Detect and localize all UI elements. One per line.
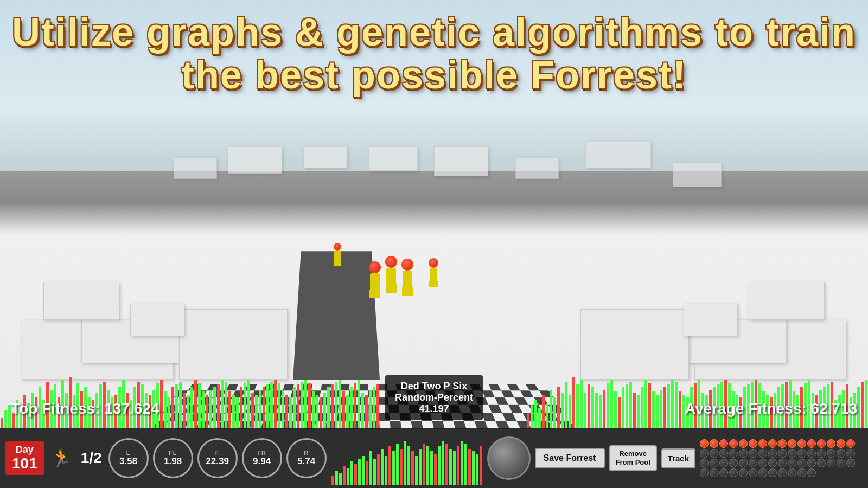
agent-type: Random-Percent bbox=[395, 392, 473, 403]
mini-char-icon bbox=[719, 459, 728, 467]
graph-bar bbox=[263, 387, 265, 428]
agent-info-box: Ded Two P Six Random-Percent 41.197 bbox=[385, 375, 483, 420]
hud-graph-bar bbox=[350, 461, 353, 485]
hud-graph-bar bbox=[438, 446, 441, 485]
mini-char-icon bbox=[778, 449, 787, 458]
graph-bar bbox=[557, 387, 560, 428]
character-4 bbox=[429, 258, 438, 287]
graph-bar bbox=[546, 403, 548, 429]
hud-graph-bar bbox=[472, 451, 475, 485]
mini-char-icon bbox=[778, 439, 787, 448]
mini-char-icon bbox=[768, 449, 777, 458]
stat-label-fl: FL bbox=[169, 450, 177, 456]
graph-bar bbox=[4, 410, 7, 428]
hud-graph-bar bbox=[453, 451, 456, 485]
stat-label-f: F bbox=[215, 450, 220, 456]
graph-bar bbox=[603, 390, 605, 428]
hud-graph-bar bbox=[396, 444, 399, 486]
graph-bar bbox=[622, 387, 624, 428]
character-2 bbox=[385, 256, 397, 293]
mini-char-icon bbox=[788, 468, 796, 477]
hud-graph-bar bbox=[335, 471, 338, 485]
hud-graph-bar bbox=[388, 446, 391, 485]
hud-graph-bar bbox=[445, 444, 448, 486]
mini-char-icon bbox=[807, 459, 816, 467]
graph-bar bbox=[354, 383, 356, 428]
mini-char-icon bbox=[807, 449, 816, 458]
hud-graph-bar bbox=[392, 451, 395, 485]
graph-bar bbox=[331, 384, 334, 428]
graph-bar bbox=[183, 393, 186, 429]
graph-bar bbox=[553, 397, 556, 428]
stat-label-r: R bbox=[304, 450, 309, 456]
graph-bar bbox=[274, 380, 277, 428]
graph-bar bbox=[323, 393, 326, 429]
graph-bar bbox=[198, 383, 201, 428]
graph-bar bbox=[217, 384, 220, 428]
agent-value: 41.197 bbox=[395, 403, 473, 415]
graph-bar bbox=[304, 380, 307, 428]
track-button[interactable]: Track bbox=[661, 448, 695, 468]
stat-circle-l: L 3.58 bbox=[108, 438, 149, 478]
graph-bar bbox=[209, 390, 212, 428]
day-box: Day 101 bbox=[5, 441, 44, 476]
mini-char-icon bbox=[749, 439, 757, 448]
graph-bar bbox=[339, 380, 341, 428]
graph-bar bbox=[861, 382, 864, 429]
graph-bar bbox=[584, 393, 586, 429]
graph-bar bbox=[857, 387, 860, 428]
remove-from-pool-button[interactable]: Remove From Pool bbox=[609, 445, 657, 471]
toggle-orb[interactable] bbox=[487, 436, 531, 480]
hud-graph-bar bbox=[354, 464, 357, 486]
graph-bar bbox=[361, 393, 364, 429]
mini-char-icon bbox=[797, 439, 806, 448]
graph-bar bbox=[565, 382, 567, 429]
graph-bar bbox=[259, 390, 261, 428]
graph-bar bbox=[588, 384, 590, 428]
graph-bar bbox=[675, 382, 678, 429]
graph-bar bbox=[179, 382, 182, 429]
graph-bar bbox=[187, 395, 189, 428]
mini-char-icon bbox=[700, 439, 709, 448]
top-fitness-label: Top Fitness: 137.624 bbox=[11, 400, 159, 418]
graph-bar bbox=[270, 382, 273, 429]
graph-bar bbox=[569, 395, 571, 428]
graph-bar bbox=[607, 383, 609, 428]
game-viewport: Utilize graphs & genetic algorithms to t… bbox=[0, 0, 868, 488]
hud-bar: Day 101 🏃 1/2 L 3.58 FL 1.98 F 22.39 FR … bbox=[0, 428, 868, 488]
hud-graph-bar bbox=[476, 454, 478, 486]
graph-bar bbox=[561, 393, 564, 429]
mini-char-icon bbox=[778, 468, 787, 477]
graph-bar bbox=[365, 395, 368, 428]
mini-char-icon bbox=[739, 459, 748, 467]
hud-graph-bar bbox=[331, 476, 334, 485]
mini-char-icon bbox=[758, 449, 767, 458]
graph-bar bbox=[236, 397, 239, 428]
graph-bar bbox=[350, 387, 353, 428]
mini-char-icon bbox=[739, 449, 748, 458]
stat-value-fl: 1.98 bbox=[164, 456, 182, 467]
graph-bar bbox=[342, 391, 345, 428]
graph-bar bbox=[278, 383, 280, 428]
mini-char-icon bbox=[719, 468, 728, 477]
graph-bar bbox=[534, 400, 537, 428]
stat-value-r: 5.74 bbox=[297, 456, 315, 467]
character-3 bbox=[401, 259, 413, 296]
hud-graph-bar bbox=[381, 449, 384, 486]
runner-icon: 🏃 bbox=[50, 448, 72, 468]
mini-char-icon bbox=[817, 439, 826, 448]
graph-bar bbox=[297, 384, 299, 428]
mini-char-icon bbox=[700, 468, 709, 477]
mini-char-icon bbox=[710, 459, 718, 467]
hud-graph-bar bbox=[457, 446, 459, 485]
save-forrest-button[interactable]: Save Forrest bbox=[535, 448, 605, 468]
mini-char-icon bbox=[827, 439, 835, 448]
stat-label-fr: FR bbox=[257, 450, 266, 456]
graph-bar bbox=[610, 380, 613, 428]
mini-char-icon bbox=[817, 449, 826, 458]
graph-bar bbox=[190, 387, 193, 428]
graph-bar bbox=[671, 380, 674, 428]
hud-graph-bar bbox=[461, 441, 463, 485]
graph-bar bbox=[194, 380, 197, 428]
hud-graph-bar bbox=[347, 468, 349, 486]
